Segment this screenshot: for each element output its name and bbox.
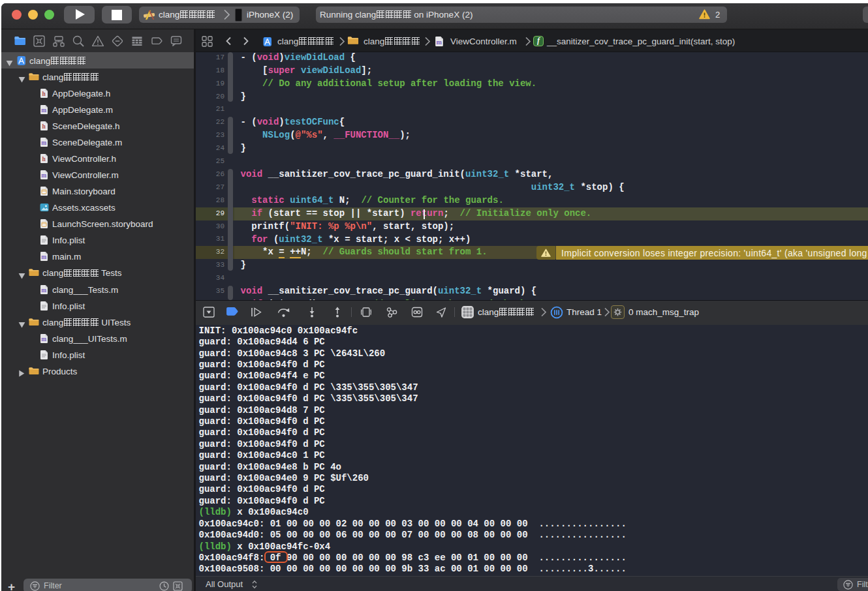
- svg-text:m: m: [41, 140, 46, 146]
- svg-text:h: h: [42, 123, 46, 130]
- svg-text:m: m: [41, 254, 46, 260]
- svg-text:h: h: [42, 156, 46, 162]
- svg-text:m: m: [41, 287, 46, 294]
- svg-text:m: m: [41, 336, 46, 342]
- svg-text:m: m: [41, 107, 46, 114]
- svg-text:m: m: [41, 172, 46, 179]
- svg-text:m: m: [436, 38, 442, 45]
- svg-text:h: h: [42, 91, 46, 97]
